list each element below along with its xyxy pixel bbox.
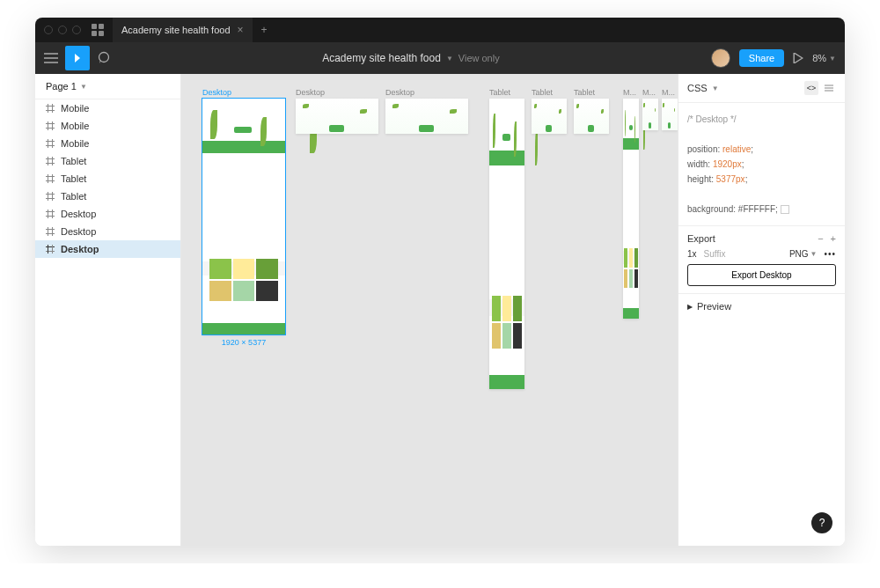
help-button[interactable]: ? (811, 512, 832, 533)
app-window: Academy site health food × + Academy sit… (35, 18, 845, 546)
titlebar: Academy site health food × + (35, 18, 845, 42)
inspect-header: CSS ▼ <> (678, 74, 845, 103)
frame-label[interactable]: Desktop (385, 88, 414, 97)
layer-label: Mobile (61, 121, 89, 131)
artboard[interactable] (296, 99, 378, 134)
layers-panel: Page 1 ▼ MobileMobileMobileTabletTabletT… (35, 74, 181, 546)
body: Page 1 ▼ MobileMobileMobileTabletTabletT… (35, 74, 845, 546)
code-view-icon[interactable]: <> (804, 81, 818, 95)
export-section: Export − + 1x Suffix PNG ▼ ••• Export De… (678, 226, 845, 294)
layer-label: Desktop (61, 209, 96, 219)
preview-label: Preview (697, 301, 731, 312)
frame-label[interactable]: Tablet (489, 88, 510, 97)
artboard[interactable] (385, 99, 468, 134)
artboard[interactable] (532, 99, 567, 134)
layer-item[interactable]: Desktop (35, 205, 180, 223)
zoom-control[interactable]: 8% ▼ (812, 53, 836, 63)
share-button[interactable]: Share (739, 49, 784, 67)
export-format-select[interactable]: PNG ▼ (789, 249, 818, 259)
export-header: Export − + (687, 233, 836, 244)
home-grid-icon[interactable] (92, 24, 104, 36)
toolbar-title-group[interactable]: Academy site health food ▼ View only (118, 52, 704, 64)
layer-label: Tablet (61, 156, 86, 166)
layer-item[interactable]: Desktop (35, 240, 180, 258)
artboard[interactable] (574, 99, 609, 134)
layer-item[interactable]: Tablet (35, 152, 180, 170)
minimize-dot[interactable] (58, 26, 67, 34)
zoom-dot[interactable] (72, 26, 81, 34)
chevron-down-icon: ▼ (712, 85, 719, 92)
frame-icon (46, 139, 55, 148)
css-code-block[interactable]: /* Desktop */ position: relative; width:… (678, 103, 845, 226)
frame-icon (46, 104, 55, 113)
layer-label: Desktop (61, 226, 96, 237)
layer-item[interactable]: Mobile (35, 99, 180, 117)
artboard[interactable] (623, 99, 639, 319)
artboard[interactable] (642, 99, 658, 130)
plus-icon[interactable]: + (831, 233, 836, 244)
export-suffix-input[interactable]: Suffix (704, 249, 782, 259)
file-tab[interactable]: Academy site health food × (113, 18, 253, 42)
frame-icon (46, 157, 55, 165)
close-dot[interactable] (44, 26, 53, 34)
layer-label: Mobile (61, 103, 89, 114)
more-options-icon[interactable]: ••• (824, 249, 836, 259)
traffic-lights (44, 26, 81, 34)
page-label: Page 1 (46, 81, 77, 92)
comment-icon[interactable] (97, 51, 111, 65)
frame-label[interactable]: Tablet (574, 88, 595, 97)
file-tab-label: Academy site health food (121, 25, 231, 35)
css-line: position: relative; (687, 142, 836, 157)
minus-icon[interactable]: − (818, 233, 823, 244)
frame-label[interactable]: M... (662, 88, 675, 97)
layer-label: Tablet (61, 173, 86, 184)
frame-icon (46, 227, 55, 236)
layer-label: Tablet (61, 191, 86, 202)
list-view-icon[interactable] (822, 81, 836, 95)
menu-icon[interactable] (44, 53, 58, 63)
layer-label: Mobile (61, 138, 89, 149)
layer-item[interactable]: Mobile (35, 135, 180, 152)
page-selector[interactable]: Page 1 ▼ (35, 74, 180, 99)
new-tab-icon[interactable]: + (261, 24, 268, 36)
frame-icon (46, 245, 55, 254)
panel-view-icons: <> (804, 81, 836, 95)
frame-icon (46, 209, 55, 218)
close-tab-icon[interactable]: × (238, 24, 244, 36)
frame-icon (46, 174, 55, 183)
frame-label[interactable]: M... (642, 88, 656, 97)
preview-toggle[interactable]: ▶ Preview (678, 294, 845, 319)
frame-label[interactable]: M... (623, 88, 636, 97)
canvas[interactable]: Desktop1920 × 5377DesktopDesktopTabletTa… (181, 74, 678, 546)
chevron-down-icon: ▼ (446, 55, 453, 62)
artboard[interactable] (489, 99, 524, 389)
chevron-down-icon: ▼ (829, 55, 836, 62)
export-scale[interactable]: 1x (687, 249, 697, 259)
user-avatar[interactable] (711, 48, 730, 68)
code-tab[interactable]: CSS ▼ (687, 83, 719, 93)
frame-label[interactable]: Desktop (202, 88, 231, 97)
chevron-down-icon: ▼ (80, 83, 87, 91)
document-title: Academy site health food (322, 52, 441, 64)
layer-item[interactable]: Mobile (35, 117, 180, 135)
frame-icon (46, 121, 55, 130)
css-line: background: #FFFFFF; (687, 202, 836, 217)
export-button[interactable]: Export Desktop (687, 264, 836, 286)
layers-list: MobileMobileMobileTabletTabletTabletDesk… (35, 99, 180, 258)
frame-dimensions: 1920 × 5377 (202, 338, 285, 347)
frame-label[interactable]: Tablet (532, 88, 553, 97)
toolbar: Academy site health food ▼ View only Sha… (35, 42, 845, 74)
layer-label: Desktop (61, 244, 99, 254)
frame-label[interactable]: Desktop (296, 88, 325, 97)
prototype-play-button[interactable] (65, 46, 90, 70)
layer-item[interactable]: Tablet (35, 170, 180, 187)
artboard[interactable] (662, 99, 678, 130)
present-icon[interactable] (793, 53, 803, 63)
layer-item[interactable]: Desktop (35, 223, 180, 240)
view-mode-label: View only (458, 53, 500, 63)
layer-item[interactable]: Tablet (35, 187, 180, 205)
zoom-value: 8% (812, 53, 826, 63)
artboard[interactable] (202, 99, 285, 334)
css-comment: /* Desktop */ (687, 112, 836, 127)
css-line: height: 5377px; (687, 172, 836, 187)
